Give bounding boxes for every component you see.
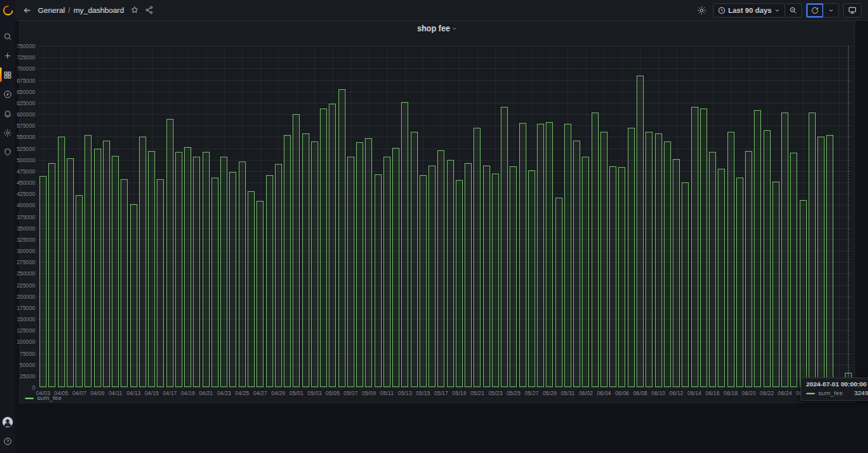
x-tick-label: 05/01 bbox=[289, 390, 304, 396]
bar-05/27 bbox=[528, 170, 535, 387]
y-tick-label: 525000 bbox=[17, 145, 35, 151]
bar-05/10 bbox=[375, 174, 382, 387]
x-tick-label: 04/17 bbox=[162, 390, 177, 396]
user-avatar-icon bbox=[2, 417, 13, 427]
bar-06/06 bbox=[618, 167, 625, 387]
bar-04/06 bbox=[67, 158, 74, 387]
y-tick-label: 500000 bbox=[17, 157, 35, 162]
compass-icon bbox=[3, 90, 12, 99]
kiosk-mode-button[interactable] bbox=[843, 3, 862, 18]
breadcrumb-section[interactable]: General bbox=[38, 6, 65, 14]
plot-area[interactable]: 04/0304/0504/0704/0904/1104/1304/1504/17… bbox=[39, 46, 853, 387]
bar-04/09 bbox=[94, 149, 101, 387]
chevron-down-icon bbox=[828, 7, 834, 14]
refresh-button[interactable] bbox=[806, 3, 824, 18]
sidebar-item-server-admin[interactable] bbox=[0, 146, 15, 157]
sidebar-item-create[interactable] bbox=[0, 50, 15, 61]
x-tick-label: 04/23 bbox=[217, 390, 231, 396]
top-navbar: General / my_dashboard Last 90 days bbox=[15, 0, 868, 21]
dashboard-settings-button[interactable] bbox=[694, 3, 709, 18]
back-button[interactable] bbox=[20, 3, 35, 18]
y-tick-label: 0 bbox=[32, 385, 35, 390]
breadcrumb-page-title[interactable]: my_dashboard bbox=[73, 6, 124, 14]
y-tick-label: 400000 bbox=[17, 202, 35, 208]
bar-04/16 bbox=[157, 179, 164, 387]
sidebar-item-help[interactable] bbox=[0, 435, 15, 447]
y-tick-label: 550000 bbox=[17, 134, 35, 140]
x-tick-label: 04/27 bbox=[253, 390, 268, 396]
sidebar-item-profile[interactable] bbox=[0, 416, 15, 427]
bar-04/15 bbox=[148, 151, 155, 387]
bar-04/03 bbox=[39, 176, 47, 387]
shield-icon bbox=[3, 148, 12, 157]
bar-06/08 bbox=[637, 76, 644, 387]
legend-item-sum-fee[interactable]: sum_fee bbox=[25, 394, 62, 402]
sidebar-item-explore[interactable] bbox=[0, 88, 15, 100]
x-tick-label: 05/21 bbox=[470, 390, 485, 396]
y-tick-label: 275000 bbox=[17, 259, 35, 265]
star-dashboard-button[interactable] bbox=[127, 3, 141, 18]
x-tick-label: 05/23 bbox=[489, 390, 503, 396]
panel-title-menu[interactable]: shop fee bbox=[20, 22, 854, 35]
x-tick-label: 04/07 bbox=[72, 390, 87, 396]
bar-06/29 bbox=[826, 135, 833, 388]
tooltip-series-name: sum_fee bbox=[818, 390, 843, 397]
y-tick-label: 575000 bbox=[17, 123, 35, 129]
bar-05/08 bbox=[356, 142, 363, 387]
x-tick-label: 06/06 bbox=[615, 390, 629, 396]
tooltip-value: 32495 bbox=[846, 390, 868, 397]
x-tick-label: 05/11 bbox=[380, 390, 394, 396]
x-tick-label: 06/10 bbox=[651, 390, 665, 396]
y-tick-label: 250000 bbox=[17, 271, 35, 276]
breadcrumb: General / my_dashboard bbox=[38, 6, 124, 14]
bar-04/10 bbox=[103, 141, 110, 387]
bar-04/26 bbox=[248, 191, 255, 387]
hover-cursor-line bbox=[848, 46, 849, 387]
y-tick-label: 625000 bbox=[17, 100, 35, 105]
hover-tooltip: 2024-07-01 00:00:00 sum_fee 32495 bbox=[800, 378, 868, 401]
grafana-logo[interactable] bbox=[0, 0, 15, 21]
bar-05/04 bbox=[320, 108, 327, 387]
monitor-icon bbox=[848, 6, 857, 14]
gear-icon bbox=[3, 129, 12, 137]
refresh-interval-dropdown[interactable] bbox=[823, 3, 839, 18]
sidebar-item-search[interactable] bbox=[0, 31, 15, 42]
x-tick-label: 05/07 bbox=[344, 390, 358, 396]
bar-05/17 bbox=[437, 150, 444, 387]
y-tick-label: 325000 bbox=[17, 236, 35, 242]
bar-05/19 bbox=[456, 180, 463, 387]
bar-06/16 bbox=[709, 152, 716, 387]
bar-05/05 bbox=[329, 104, 336, 387]
x-tick-label: 04/11 bbox=[108, 390, 122, 396]
y-tick-label: 25000 bbox=[20, 373, 35, 378]
x-tick-label: 05/09 bbox=[362, 390, 376, 396]
x-tick-label: 05/27 bbox=[525, 390, 539, 396]
sidebar-item-configuration[interactable] bbox=[0, 127, 15, 138]
bar-04/29 bbox=[275, 164, 282, 387]
bar-05/02 bbox=[302, 133, 309, 387]
bar-04/23 bbox=[220, 157, 227, 387]
sidebar-item-alerting[interactable] bbox=[0, 108, 15, 119]
bar-05/25 bbox=[510, 166, 517, 387]
panel-shop-fee: shop fee 0250005000075000100000125000150… bbox=[19, 21, 855, 403]
bar-04/17 bbox=[166, 119, 174, 387]
y-tick-label: 200000 bbox=[17, 293, 35, 299]
bar-04/07 bbox=[76, 195, 83, 387]
x-tick-label: 04/25 bbox=[235, 390, 249, 396]
share-dashboard-button[interactable] bbox=[141, 3, 156, 18]
y-tick-label: 725000 bbox=[17, 55, 35, 60]
bar-04/05 bbox=[58, 137, 65, 387]
bar-06/20 bbox=[745, 151, 752, 387]
x-tick-label: 04/15 bbox=[145, 390, 159, 396]
bar-05/16 bbox=[428, 165, 436, 387]
y-tick-label: 225000 bbox=[17, 282, 35, 288]
y-tick-label: 75000 bbox=[20, 350, 35, 356]
time-range-picker[interactable]: Last 90 days bbox=[713, 3, 785, 18]
sidebar-item-dashboards[interactable] bbox=[0, 69, 15, 80]
x-tick-label: 04/29 bbox=[272, 390, 286, 396]
zoom-out-time-button[interactable] bbox=[784, 3, 802, 18]
bar-05/01 bbox=[293, 114, 300, 387]
bar-04/08 bbox=[84, 135, 92, 387]
x-tick-label: 06/20 bbox=[742, 390, 756, 396]
y-tick-label: 150000 bbox=[17, 316, 35, 322]
